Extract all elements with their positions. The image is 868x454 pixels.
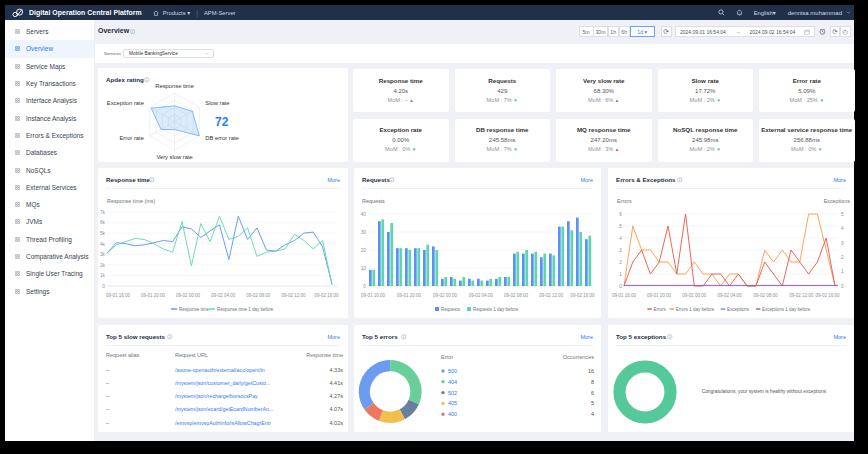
svg-text:09-02 08:00: 09-02 08:00	[753, 293, 778, 298]
svg-text:4k: 4k	[100, 242, 106, 247]
svg-text:Errors: Errors	[654, 307, 667, 312]
svg-text:1: 1	[619, 272, 622, 277]
svg-text:09-01 20:00: 09-01 20:00	[141, 293, 166, 298]
svg-text:6: 6	[591, 390, 594, 396]
svg-text:400: 400	[448, 411, 457, 417]
svg-text:Exception rate: Exception rate	[107, 100, 144, 106]
svg-text:Response time: Response time	[306, 352, 343, 358]
svg-text:500: 500	[448, 368, 457, 374]
svg-text:5: 5	[841, 212, 844, 217]
svg-text:–: –	[106, 406, 110, 412]
svg-text:09-01 16:00: 09-01 16:00	[106, 293, 131, 298]
svg-text:0: 0	[102, 284, 105, 289]
svg-text:405: 405	[448, 400, 457, 406]
svg-text:Response time: Response time	[179, 307, 210, 312]
svg-text:6: 6	[619, 212, 622, 217]
svg-text:0: 0	[841, 284, 844, 289]
svg-text:40: 40	[361, 212, 367, 217]
svg-text:Requests: Requests	[362, 198, 385, 204]
svg-text:4.41s: 4.41s	[330, 380, 344, 386]
svg-text:2k: 2k	[100, 263, 106, 268]
svg-text:0: 0	[363, 284, 366, 289]
svg-text:3: 3	[841, 241, 844, 246]
svg-text:Errors: Errors	[617, 198, 632, 204]
svg-text:4: 4	[841, 226, 844, 231]
svg-text:8: 8	[591, 379, 594, 385]
svg-text:/mystem/json/customer_daily/ge: /mystem/json/customer_daily/getCusto...	[175, 380, 270, 386]
svg-text:4: 4	[591, 411, 594, 417]
svg-text:502: 502	[448, 390, 457, 396]
svg-text:09-02 12:00: 09-02 12:00	[281, 293, 306, 298]
svg-text:09-02 04:00: 09-02 04:00	[469, 293, 494, 298]
svg-text:5: 5	[591, 400, 594, 406]
svg-text:09-02 08:00: 09-02 08:00	[504, 293, 529, 298]
svg-text:–: –	[106, 380, 110, 386]
svg-text:09-02 00:00: 09-02 00:00	[433, 293, 458, 298]
svg-text:–: –	[106, 393, 110, 399]
svg-text:Occurrences: Occurrences	[563, 354, 594, 360]
svg-text:09-02 16:00: 09-02 16:00	[571, 293, 596, 298]
svg-text:4.07s: 4.07s	[330, 406, 344, 412]
svg-text:5k: 5k	[100, 231, 106, 236]
svg-text:5: 5	[619, 224, 622, 229]
svg-text:09-02 00:00: 09-02 00:00	[176, 293, 201, 298]
svg-text:Exceptions: Exceptions	[727, 307, 750, 312]
svg-text:4.02s: 4.02s	[330, 420, 344, 426]
svg-text:0: 0	[619, 284, 622, 289]
svg-text:/mystem/json/ecard/getEcardNum: /mystem/json/ecard/getEcardNumberAn...	[175, 406, 273, 412]
svg-text:09-01 20:00: 09-01 20:00	[647, 293, 672, 298]
svg-text:Request URL: Request URL	[175, 352, 208, 358]
svg-text:09-02 16:00: 09-02 16:00	[815, 293, 840, 298]
svg-text:Exceptions 1 day before: Exceptions 1 day before	[762, 307, 811, 312]
svg-text:Congratulations, your system i: Congratulations, your system is healthy …	[702, 389, 827, 394]
svg-text:1k: 1k	[100, 273, 106, 278]
svg-text:10: 10	[361, 266, 367, 271]
svg-text:09-02 16:00: 09-02 16:00	[314, 293, 339, 298]
svg-text:1: 1	[841, 269, 844, 274]
svg-text:6k: 6k	[100, 220, 106, 225]
svg-text:/avone-openauth/external/acc/o: /avone-openauth/external/acc/openi/in	[175, 367, 265, 373]
svg-text:4.33s: 4.33s	[330, 367, 344, 373]
svg-text:–: –	[106, 367, 110, 373]
svg-text:Response time 1 day before: Response time 1 day before	[217, 307, 274, 312]
svg-text:/mystem/json/recharge/borsocsP: /mystem/json/recharge/borsocsPay	[175, 393, 258, 399]
svg-text:2: 2	[841, 255, 844, 260]
svg-text:09-01 16:00: 09-01 16:00	[361, 293, 386, 298]
svg-text:Exceptions: Exceptions	[824, 198, 851, 204]
svg-text:Requests 1 day before: Requests 1 day before	[473, 307, 519, 312]
svg-text:16: 16	[588, 368, 594, 374]
svg-text:Request alias: Request alias	[106, 352, 140, 358]
svg-text:09-02 00:00: 09-02 00:00	[682, 293, 707, 298]
svg-text:09-02 04:00: 09-02 04:00	[211, 293, 236, 298]
svg-text:Response time (ms): Response time (ms)	[107, 198, 155, 204]
svg-text:DB error rate: DB error rate	[205, 135, 239, 141]
svg-text:Slow rate: Slow rate	[205, 100, 229, 106]
svg-text:09-01 16:00: 09-01 16:00	[612, 293, 637, 298]
svg-text:Requests: Requests	[441, 307, 461, 312]
svg-text:404: 404	[448, 379, 457, 385]
svg-text:Response time: Response time	[155, 83, 194, 89]
svg-text:09-02 08:00: 09-02 08:00	[246, 293, 271, 298]
svg-text:20: 20	[361, 248, 367, 253]
svg-text:2: 2	[619, 260, 622, 265]
svg-text:3k: 3k	[100, 252, 106, 257]
svg-text:3: 3	[619, 248, 622, 253]
svg-text:09-01 20:00: 09-01 20:00	[397, 293, 422, 298]
svg-text:4: 4	[619, 236, 622, 241]
svg-text:7k: 7k	[100, 210, 106, 215]
svg-text:09-02 04:00: 09-02 04:00	[717, 293, 742, 298]
svg-text:09-02 12:00: 09-02 12:00	[789, 293, 814, 298]
svg-text:09-02 12:00: 09-02 12:00	[539, 293, 564, 298]
svg-text:/emvsp/emvspAuthInfo/isAllowCh: /emvsp/emvspAuthInfo/isAllowChagrEntr	[175, 420, 271, 426]
svg-text:Very slow rate: Very slow rate	[156, 154, 192, 160]
svg-text:Error rate: Error rate	[119, 135, 143, 141]
svg-text:–: –	[106, 420, 110, 426]
svg-text:Error: Error	[441, 354, 453, 360]
svg-text:Errors 1 day before: Errors 1 day before	[676, 307, 715, 312]
svg-text:4.27s: 4.27s	[330, 393, 344, 399]
svg-text:30: 30	[361, 230, 367, 235]
